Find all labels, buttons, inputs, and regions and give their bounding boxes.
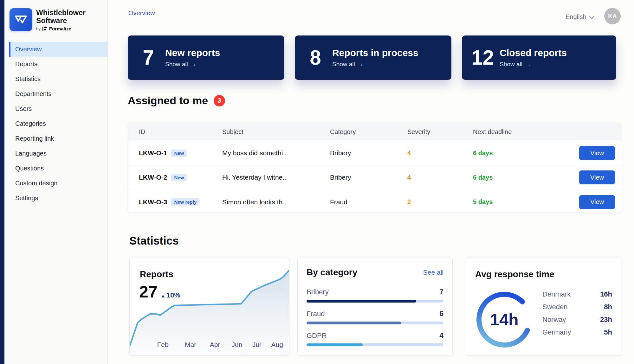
report-subject: My boss did somethi.. <box>222 149 330 157</box>
sidebar-item-reporting-link[interactable]: Reporting link <box>4 131 107 146</box>
sidebar-nav: Overview Reports Statistics Departments … <box>4 42 107 206</box>
left-edge-strip <box>0 0 4 364</box>
report-id: LKW-O-2 <box>139 174 167 181</box>
assigned-table: ID Subject Category Severity Next deadli… <box>128 123 622 213</box>
report-id: LKW-O-1 <box>139 149 167 157</box>
sidebar-item-settings[interactable]: Settings <box>4 191 107 206</box>
show-all-label: Show all <box>165 61 188 68</box>
arrow-right-icon: → <box>191 61 197 68</box>
logo-w-glyph <box>14 13 28 27</box>
severity-value: 2 <box>407 198 473 206</box>
new-reports-show-all[interactable]: Show all → <box>165 61 220 68</box>
closed-title: Closed reports <box>500 48 567 58</box>
sidebar-item-languages[interactable]: Languages <box>4 146 107 161</box>
col-header-id: ID <box>139 128 222 136</box>
country-value: 8h <box>604 303 612 311</box>
assigned-count-badge: 3 <box>214 95 225 106</box>
in-process-show-all[interactable]: Show all → <box>332 61 418 68</box>
category-bar-track <box>307 322 443 324</box>
chart-month-label: Mar <box>185 341 196 348</box>
country-row: Sweden 8h <box>542 301 612 313</box>
sidebar-item-users[interactable]: Users <box>4 101 107 116</box>
chart-month-label: Jun <box>232 341 243 348</box>
in-process-title: Reports in process <box>332 48 418 58</box>
response-time-donut: 14h <box>476 291 533 348</box>
table-row[interactable]: LKW-O-3 New reply Simon often looks th..… <box>128 190 622 213</box>
deadline-value: 6 days <box>473 150 579 157</box>
country-label: Sweden <box>542 303 568 311</box>
in-process-count: 8 <box>304 48 327 68</box>
chart-month-label: Jul <box>252 341 261 348</box>
avatar[interactable]: KA <box>604 8 621 24</box>
reports-total: 27 <box>139 284 158 299</box>
country-value: 16h <box>600 290 612 298</box>
category-bar-fill <box>307 300 416 303</box>
report-subject: Hi. Yesterday I witne.. <box>222 174 330 181</box>
category-bar-row: GDPR 4 <box>307 331 443 346</box>
category-value: 7 <box>439 288 443 296</box>
col-header-subject: Subject <box>222 128 330 136</box>
brand-line-2: Software <box>36 17 86 25</box>
avg-response-value: 14h <box>476 291 533 348</box>
report-category: Fraud <box>330 198 407 206</box>
avg-response-title: Avg response time <box>475 269 554 279</box>
closed-show-all[interactable]: Show all → <box>500 61 567 68</box>
category-value: 6 <box>439 310 443 318</box>
report-id: LKW-O-3 <box>139 198 167 206</box>
country-row: Norway 23h <box>542 313 612 326</box>
category-bar-row: Bribery 7 <box>307 288 443 303</box>
status-badge: New <box>171 150 187 157</box>
chart-month-label: Aug <box>271 341 283 348</box>
sidebar-item-statistics[interactable]: Statistics <box>4 72 107 86</box>
byline-by: by <box>36 26 41 31</box>
col-header-deadline: Next deadline <box>473 128 579 136</box>
country-row: Germany 5h <box>542 326 612 339</box>
category-bar-track <box>307 343 443 346</box>
language-label: English <box>566 13 586 21</box>
report-id-cell: LKW-O-3 New reply <box>139 198 222 206</box>
sidebar-item-overview[interactable]: Overview <box>9 42 107 57</box>
show-all-label: Show all <box>332 61 355 68</box>
status-badge: New <box>171 174 187 181</box>
byline-formalize: Formalize <box>49 26 71 31</box>
sidebar-item-departments[interactable]: Departments <box>4 86 107 101</box>
view-button[interactable]: View <box>579 170 615 184</box>
category-label: Bribery <box>307 288 329 296</box>
country-label: Norway <box>542 316 566 324</box>
table-row[interactable]: LKW-O-1 New My boss did somethi.. Briber… <box>128 141 622 165</box>
breadcrumb[interactable]: Overview <box>128 10 155 17</box>
table-row[interactable]: LKW-O-2 New Hi. Yesterday I witne.. Brib… <box>128 165 622 190</box>
arrow-right-icon: → <box>525 61 531 68</box>
delta-percent: 10% <box>166 291 180 299</box>
formalize-icon <box>42 27 47 31</box>
brand-byline: by Formalize <box>36 26 86 31</box>
sidebar: Whistleblower Software by Formalize Over… <box>4 0 108 364</box>
sidebar-item-custom-design[interactable]: Custom design <box>4 176 107 191</box>
whistleblower-logo-icon <box>10 8 32 31</box>
arrow-right-icon: → <box>358 61 364 68</box>
sidebar-item-questions[interactable]: Questions <box>4 161 107 176</box>
closed-count: 12 <box>471 48 494 68</box>
category-bar-track <box>307 300 443 303</box>
view-button[interactable]: View <box>579 146 615 160</box>
sidebar-item-reports[interactable]: Reports <box>4 57 107 72</box>
category-label: Fraud <box>307 310 325 318</box>
country-value: 5h <box>604 328 612 336</box>
country-label: Germany <box>542 328 571 336</box>
by-category-title: By category <box>307 267 357 278</box>
view-button[interactable]: View <box>579 195 615 209</box>
new-reports-title: New reports <box>165 48 220 58</box>
stat-card-closed: 12 Closed reports Show all → <box>462 35 616 80</box>
brand-text: Whistleblower Software by Formalize <box>36 8 86 31</box>
show-all-label: Show all <box>500 61 522 68</box>
report-id-cell: LKW-O-2 New <box>139 174 222 181</box>
brand-line-1: Whistleblower <box>36 9 86 17</box>
see-all-link[interactable]: See all <box>423 269 443 276</box>
country-response-list: Denmark 16h Sweden 8h Norway 23h Germany… <box>542 288 612 339</box>
sidebar-item-categories[interactable]: Categories <box>4 116 107 131</box>
by-category-header: By category See all <box>307 267 443 278</box>
language-selector[interactable]: English <box>566 13 593 21</box>
deadline-value: 5 days <box>473 198 579 206</box>
stat-card-new-reports: 7 New reports Show all → <box>128 35 284 80</box>
category-bar-fill <box>307 322 401 324</box>
